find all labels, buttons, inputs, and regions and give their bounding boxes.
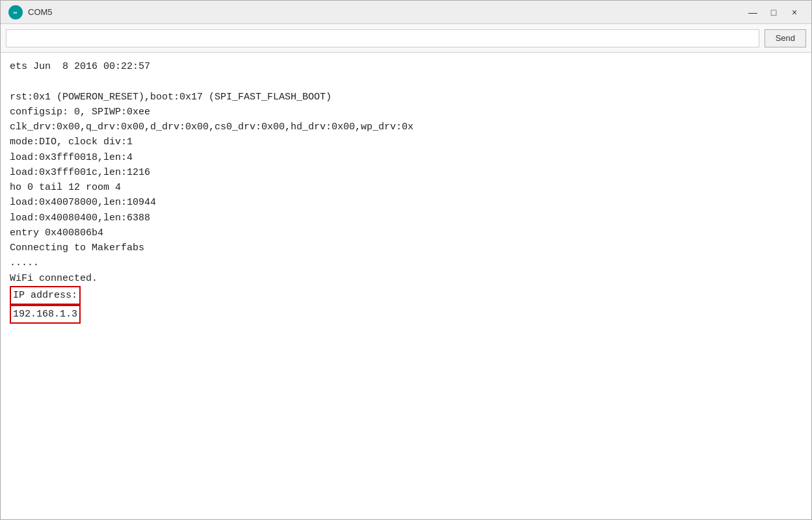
serial-line: WiFi connected. [10,271,802,286]
main-window: ∞ COM5 — □ × Send ets Jun 8 2016 00:22:5… [0,0,812,520]
window-title: COM5 [28,7,53,17]
highlighted-text: 192.168.1.3 [10,305,81,324]
serial-line: clk_drv:0x00,q_drv:0x00,d_drv:0x00,cs0_d… [10,120,802,135]
serial-line: 192.168.1.3 [10,305,802,324]
serial-line: load:0x3fff0018,len:4 [10,150,802,165]
serial-line: ho 0 tail 12 room 4 [10,180,802,195]
close-button[interactable]: × [785,5,804,20]
serial-line: configsip: 0, SPIWP:0xee [10,105,802,120]
serial-line: ets Jun 8 2016 00:22:57 [10,59,802,74]
serial-line-empty [10,74,802,89]
serial-line: ..... [10,255,802,270]
title-bar-controls: — □ × [744,5,804,20]
serial-line: Connecting to Makerfabs [10,240,802,255]
maximize-button[interactable]: □ [765,5,783,20]
send-button[interactable]: Send [765,29,806,47]
title-bar: ∞ COM5 — □ × [1,1,811,24]
serial-line: mode:DIO, clock div:1 [10,135,802,150]
serial-line: rst:0x1 (POWERON_RESET),boot:0x17 (SPI_F… [10,90,802,105]
arduino-logo: ∞ [8,5,23,20]
serial-line: entry 0x400806b4 [10,226,802,240]
minimize-button[interactable]: — [744,5,762,20]
highlighted-text: IP address: [10,286,81,305]
serial-line: load:0x40080400,len:6388 [10,211,802,226]
serial-line: load:0x3fff001c,len:1216 [10,165,802,180]
serial-input[interactable] [6,29,759,47]
svg-text:∞: ∞ [14,10,18,16]
title-bar-left: ∞ COM5 [8,5,53,20]
serial-line: IP address: [10,286,802,305]
serial-output[interactable]: ets Jun 8 2016 00:22:57rst:0x1 (POWERON_… [1,53,811,519]
serial-line: load:0x40078000,len:10944 [10,195,802,210]
toolbar: Send [1,24,811,53]
